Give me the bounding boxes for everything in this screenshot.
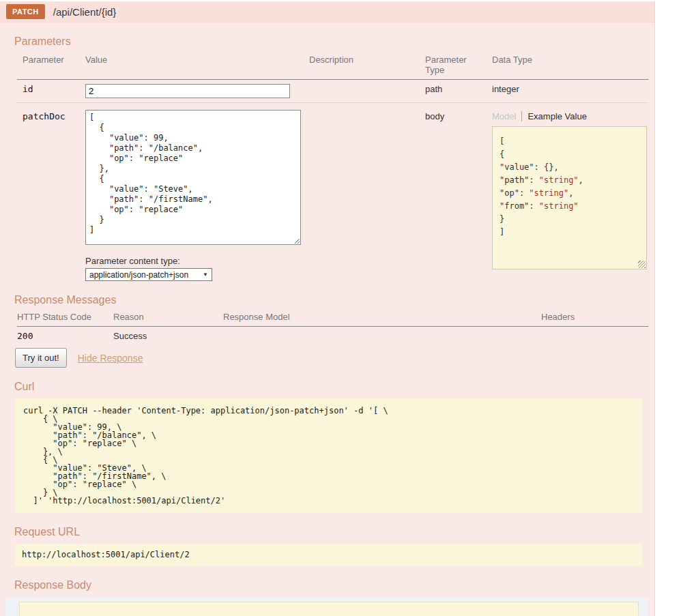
hide-response-link[interactable]: Hide Response <box>78 353 143 364</box>
endpoint-header[interactable]: PATCH /api/Client/{id} <box>0 1 654 23</box>
parameters-header-row: Parameter Value Description Parameter Ty… <box>17 53 648 80</box>
example-value-box: [ { "value": {}, "path": "string", "op":… <box>492 126 647 269</box>
table-row: patchDoc [ { "value": 99, "path": "/bala… <box>17 103 648 286</box>
response-body-content: no content <box>19 602 639 616</box>
content-type-block: Parameter content type: application/json… <box>85 256 304 281</box>
example-value-code: [ { "value": {}, "path": "string", "op":… <box>500 135 639 239</box>
param-name-patchdoc: patchDoc <box>17 103 85 286</box>
col-value: Value <box>85 53 309 80</box>
response-messages-heading: Response Messages <box>14 293 648 306</box>
resize-handle-icon[interactable] <box>638 261 646 268</box>
response-body-section: no content <box>5 597 648 616</box>
response-body-heading: Response Body <box>14 578 648 591</box>
param-type-id: path <box>425 80 492 103</box>
request-url-heading: Request URL <box>14 525 648 538</box>
col-response-model: Response Model <box>223 310 541 327</box>
col-headers: Headers <box>541 310 648 327</box>
endpoint-path[interactable]: /api/Client/{id} <box>53 6 117 18</box>
content-type-selected-value: application/json-patch+json <box>89 270 188 280</box>
param-type-patchdoc: body <box>425 103 492 286</box>
col-description: Description <box>309 53 425 80</box>
response-messages-table: HTTP Status Code Reason Response Model H… <box>17 310 648 345</box>
col-data-type: Data Type <box>492 53 648 80</box>
status-headers <box>541 327 648 346</box>
parameters-heading: Parameters <box>14 35 648 48</box>
col-parameter-type: Parameter Type <box>425 53 492 80</box>
response-messages-header-row: HTTP Status Code Reason Response Model H… <box>17 310 648 327</box>
parameters-table: Parameter Value Description Parameter Ty… <box>17 53 648 285</box>
request-url-value: http://localhost:5001/api/Client/2 <box>15 544 642 566</box>
status-response-model <box>223 327 541 346</box>
content-type-select[interactable]: application/json-patch+json ▼ <box>85 268 212 281</box>
http-method-badge: PATCH <box>6 4 45 19</box>
operation-content: Parameters Parameter Value Description P… <box>0 35 654 591</box>
table-row: 200 Success <box>17 327 648 346</box>
status-code: 200 <box>17 327 113 346</box>
tab-example-value[interactable]: Example Value <box>522 111 586 121</box>
data-type-id: integer <box>492 80 648 103</box>
actions-row: Try it out! Hide Response <box>15 348 648 368</box>
param-description-patchdoc <box>309 103 425 286</box>
param-name-id: id <box>17 80 85 103</box>
chevron-down-icon: ▼ <box>203 272 208 278</box>
try-it-out-button[interactable]: Try it out! <box>15 348 67 368</box>
id-value-input[interactable] <box>85 84 290 98</box>
status-reason: Success <box>113 327 223 346</box>
content-type-label: Parameter content type: <box>85 256 304 266</box>
schema-tabs: Model Example Value <box>492 110 643 122</box>
operation-panel: PATCH /api/Client/{id} Parameters Parame… <box>0 1 655 616</box>
body-parameter-textarea[interactable]: [ { "value": 99, "path": "/balance", "op… <box>85 110 301 245</box>
col-reason: Reason <box>113 310 223 327</box>
tab-model[interactable]: Model <box>492 111 521 121</box>
table-row: id path integer <box>17 80 648 103</box>
param-description-id <box>309 80 425 103</box>
curl-command: curl -X PATCH --header 'Content-Type: ap… <box>15 398 642 513</box>
curl-heading: Curl <box>14 380 648 393</box>
col-http-status-code: HTTP Status Code <box>17 310 113 327</box>
col-parameter: Parameter <box>17 53 85 80</box>
